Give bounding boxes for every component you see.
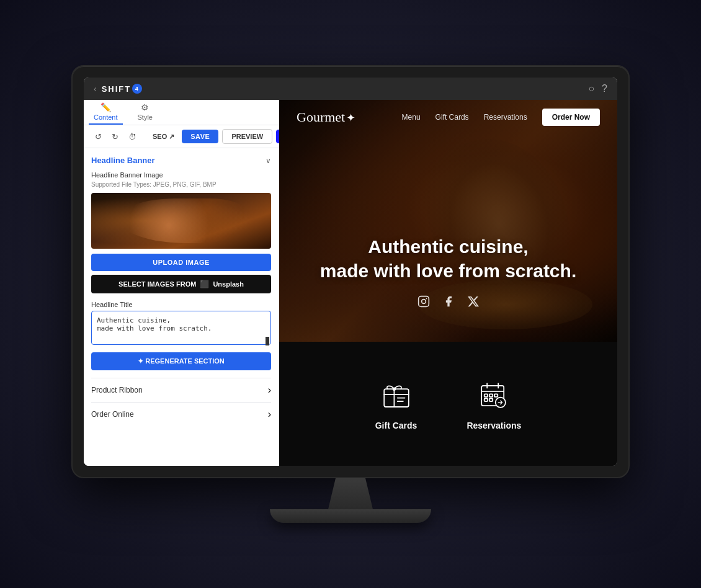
top-bar-right: ○ ?: [588, 83, 607, 94]
back-chevron-icon[interactable]: ‹: [94, 84, 97, 94]
redo-button[interactable]: ↻: [108, 130, 122, 143]
nav-giftcards-link[interactable]: Gift Cards: [435, 113, 469, 122]
brand-badge: 4: [132, 84, 142, 94]
hero-socials: [279, 295, 617, 311]
style-tab-icon: ⚙: [141, 102, 149, 112]
undo-redo-group: ↺ ↻ ⏱: [91, 130, 140, 143]
monitor-screen: ‹ SHIFT 4 ○ ?: [84, 78, 617, 466]
sidebar: ✏️ Content ⚙ Style ↺: [84, 100, 279, 466]
svg-rect-0: [418, 296, 429, 307]
hero-title-line2: made with love from scratch.: [279, 259, 617, 283]
style-tab-label: Style: [138, 114, 153, 121]
svg-rect-15: [494, 394, 498, 397]
reservations-icon: [477, 379, 511, 412]
main-canvas: Gourmet ✦ Menu Gift Cards Reservations O…: [279, 100, 617, 466]
site-logo: Gourmet ✦: [297, 109, 355, 125]
unsplash-brand-label: Unsplash: [213, 280, 244, 288]
svg-point-1: [421, 300, 426, 304]
svg-rect-14: [489, 394, 493, 397]
unsplash-button[interactable]: SELECT IMAGES FROM ⬛ Unsplash: [91, 275, 271, 293]
nav-menu-link[interactable]: Menu: [402, 113, 421, 122]
image-supported-label: Supported File Types: JPEG, PNG, GIF, BM…: [91, 181, 271, 188]
unsplash-prefix: SELECT IMAGES FROM: [118, 280, 196, 288]
content-tab-label: Content: [94, 114, 118, 121]
x-twitter-icon[interactable]: [467, 295, 480, 311]
order-online-item[interactable]: Order Online ›: [91, 402, 271, 426]
cursor-indicator: [266, 337, 269, 345]
seo-button[interactable]: SEO ↗: [153, 133, 174, 141]
bottom-section: Gift Cards: [279, 342, 617, 466]
product-ribbon-chevron-icon: ›: [268, 385, 271, 396]
seo-label: SEO: [153, 133, 167, 140]
tab-style[interactable]: ⚙ Style: [133, 100, 158, 125]
help-icon[interactable]: ?: [602, 83, 607, 94]
giftcard-icon-wrap: [378, 377, 415, 414]
editor-layout: ✏️ Content ⚙ Style ↺: [84, 100, 617, 466]
feature-reservations[interactable]: Reservations: [467, 377, 521, 430]
headline-textarea[interactable]: [91, 311, 271, 345]
nav-order-button[interactable]: Order Now: [542, 109, 600, 126]
editor-toolbar: ↺ ↻ ⏱ SEO ↗ SAVE PREVIEW PUBLISH: [84, 125, 279, 148]
unsplash-logo-icon: ⬛: [200, 280, 209, 288]
tab-content[interactable]: ✏️ Content: [89, 100, 123, 125]
hero-title: Authentic cuisine, made with love from s…: [279, 234, 617, 283]
svg-rect-16: [484, 399, 488, 402]
svg-rect-17: [489, 399, 493, 402]
undo-button[interactable]: ↺: [91, 130, 105, 143]
section-title: Headline Banner: [91, 156, 155, 165]
site-nav: Gourmet ✦ Menu Gift Cards Reservations O…: [279, 100, 617, 135]
order-online-label: Order Online: [91, 410, 134, 419]
hero-content: Authentic cuisine, made with love from s…: [279, 234, 617, 311]
save-button[interactable]: SAVE: [182, 130, 218, 143]
image-field-label: Headline Banner Image: [91, 171, 271, 179]
reservations-icon-wrap: [475, 377, 512, 414]
section-chevron-icon[interactable]: ∨: [266, 156, 271, 165]
feature-giftcards[interactable]: Gift Cards: [375, 377, 417, 430]
monitor-wrapper: ‹ SHIFT 4 ○ ?: [71, 65, 630, 523]
top-bar: ‹ SHIFT 4 ○ ?: [84, 78, 617, 100]
headline-field-label: Headline Title: [91, 301, 271, 308]
product-ribbon-item[interactable]: Product Ribbon ›: [91, 378, 271, 402]
chat-icon[interactable]: ○: [588, 83, 594, 94]
top-bar-left: ‹ SHIFT 4: [94, 84, 142, 94]
regenerate-button[interactable]: ✦ REGENERATE SECTION: [91, 352, 271, 370]
brand-name: SHIFT: [102, 84, 132, 94]
sidebar-tabs: ✏️ Content ⚙ Style: [89, 100, 158, 125]
section-header: Headline Banner ∨: [91, 156, 271, 165]
monitor-body: ‹ SHIFT 4 ○ ?: [71, 65, 630, 478]
facebook-icon[interactable]: [442, 295, 455, 311]
monitor-base: [270, 509, 431, 523]
svg-point-6: [393, 388, 395, 390]
upload-image-button[interactable]: UPLOAD IMAGE: [91, 254, 271, 271]
sidebar-content: Headline Banner ∨ Headline Banner Image …: [84, 148, 279, 466]
giftcard-icon: [380, 379, 413, 412]
history-button[interactable]: ⏱: [125, 130, 140, 143]
svg-rect-13: [484, 394, 488, 397]
brand-logo: SHIFT 4: [102, 84, 143, 94]
image-preview: [91, 193, 271, 249]
preview-button[interactable]: PREVIEW: [222, 129, 272, 144]
hero-section: Gourmet ✦ Menu Gift Cards Reservations O…: [279, 100, 617, 342]
logo-sparkle-icon: ✦: [346, 111, 355, 125]
logo-text: Gourmet: [297, 109, 345, 125]
content-tab-icon: ✏️: [100, 102, 111, 112]
site-nav-links: Menu Gift Cards Reservations Order Now: [402, 109, 600, 126]
svg-point-2: [426, 298, 427, 300]
product-ribbon-label: Product Ribbon: [91, 386, 143, 394]
instagram-icon[interactable]: [417, 295, 430, 311]
order-online-chevron-icon: ›: [268, 409, 271, 420]
external-link-icon: ↗: [169, 133, 174, 141]
reservations-label: Reservations: [467, 421, 521, 430]
monitor-neck: [313, 478, 388, 509]
website-preview: Gourmet ✦ Menu Gift Cards Reservations O…: [279, 100, 617, 466]
food-art-visual: [118, 198, 244, 243]
image-preview-inner: [91, 193, 271, 249]
hero-title-line1: Authentic cuisine,: [279, 234, 617, 259]
nav-reservations-link[interactable]: Reservations: [484, 113, 527, 122]
giftcards-label: Gift Cards: [375, 421, 417, 430]
